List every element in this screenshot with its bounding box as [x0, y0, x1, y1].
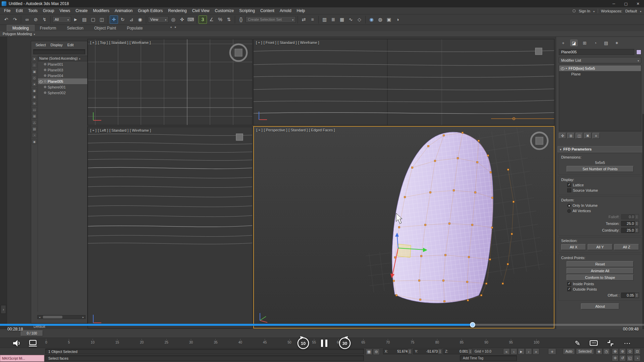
modifier-list-dropdown[interactable]: Modifier List [559, 57, 641, 63]
menu-scripting[interactable]: Scripting [236, 7, 258, 14]
make-unique-icon[interactable]: ◫ [576, 133, 583, 139]
scene-item-plane004[interactable]: Plane004 [38, 73, 87, 78]
viewport-label-token[interactable]: [ Wireframe ] [130, 128, 151, 132]
next-frame-icon[interactable]: › [525, 348, 532, 355]
scene-item-plane005[interactable]: Plane005 [38, 78, 87, 84]
maximize-button[interactable]: ▢ [620, 0, 632, 7]
maximize-viewport-icon[interactable]: ◱ [627, 355, 633, 361]
se-filter-bones-icon[interactable]: △ [32, 120, 37, 125]
viewport-label-token[interactable]: [ + ] [256, 128, 263, 132]
keyboard-override-icon[interactable]: ⌨ [186, 15, 195, 24]
about-button[interactable]: About [581, 303, 619, 309]
all-vertices-radio[interactable] [567, 209, 571, 213]
collapse-icon[interactable] [606, 339, 615, 348]
se-filter-helpers-icon[interactable]: ✚ [32, 95, 37, 100]
expand-arrow-icon[interactable]: ▸ [566, 67, 567, 70]
scene-explorer-toggle-icon[interactable]: ▥ [320, 15, 329, 24]
modify-tab-icon[interactable]: ◪ [570, 40, 578, 46]
key-mode-toggle-icon[interactable]: ◈ [596, 348, 602, 355]
inside-points-checkbox[interactable] [567, 282, 571, 286]
pan-icon[interactable]: ✛ [612, 355, 619, 361]
play-animation-icon[interactable]: ► [518, 348, 525, 355]
window-crossing-icon[interactable]: ◫ [98, 15, 106, 24]
menu-file[interactable]: File [1, 7, 13, 14]
viewport-label-token[interactable]: [ Standard ] [109, 41, 128, 45]
annotate-pencil-icon[interactable]: ✎ [573, 339, 582, 348]
go-to-end-icon[interactable]: » [533, 348, 539, 355]
ribbon-tab-modeling[interactable]: Modeling [7, 25, 35, 31]
select-and-rotate-icon[interactable]: ↻ [118, 15, 127, 24]
se-filter-materials-icon[interactable]: ◔ [32, 133, 37, 138]
se-filter-containers-icon[interactable]: ▤ [32, 126, 37, 131]
only-in-volume-radio[interactable] [567, 204, 571, 207]
viewport-label-token[interactable]: [ Wireframe ] [298, 41, 319, 45]
object-color-swatch[interactable] [636, 50, 641, 55]
reference-coordinate-dropdown[interactable]: View [148, 16, 169, 23]
undo-icon[interactable]: ↶ [2, 15, 10, 24]
viewport-label-token[interactable]: [ Standard ] [278, 41, 297, 45]
add-time-tag-field[interactable]: Add Time Tag [460, 355, 517, 361]
utilities-tab-icon[interactable]: ✶ [613, 40, 621, 46]
bind-to-space-warp-icon[interactable]: ↯ [40, 15, 49, 24]
pin-stack-icon[interactable]: ✜ [559, 133, 566, 139]
menu-civil-view[interactable]: Civil View [190, 7, 212, 14]
outside-points-checkbox[interactable] [567, 287, 571, 291]
fov-icon[interactable]: ◔ [634, 355, 641, 361]
motion-tab-icon[interactable]: ◔ [592, 40, 599, 46]
time-slider-handle[interactable]: 0 / 100 [21, 330, 43, 336]
viewport-label-token[interactable]: [ Perspective ] [264, 128, 287, 132]
pause-button[interactable] [319, 336, 329, 351]
select-and-move-icon[interactable]: ✛ [110, 15, 118, 24]
scroll-left-icon[interactable]: ◂ [38, 315, 42, 319]
se-filter-cameras-icon[interactable]: ◉ [32, 88, 37, 93]
viewport-label-token[interactable]: [ Front ] [264, 41, 276, 45]
viewport-perspective-canvas[interactable] [254, 127, 554, 328]
previous-frame-icon[interactable]: ‹ [511, 348, 517, 355]
animate-all-button[interactable]: Animate All [567, 268, 634, 274]
orbit-icon[interactable]: ↺ [619, 355, 626, 361]
create-tab-icon[interactable]: + [559, 40, 567, 46]
viewport-label-token[interactable]: [ Standard ] [288, 128, 308, 132]
render-production-icon[interactable]: ◑ [393, 15, 402, 24]
ribbon-toggle-icon[interactable]: ▦ [338, 15, 346, 24]
menu-group[interactable]: Group [40, 7, 57, 14]
edit-named-selection-sets-icon[interactable]: {} [237, 15, 245, 24]
ribbon-tab-freeform[interactable]: Freeform [35, 25, 62, 31]
set-number-of-points-button[interactable]: Set Number of Points [567, 166, 634, 172]
workspace-value[interactable]: Default [625, 9, 637, 13]
se-filter-lights-icon[interactable]: ✦ [32, 82, 37, 87]
show-end-result-icon[interactable]: ≣ [567, 133, 575, 139]
menu-arnold[interactable]: Arnold [277, 7, 294, 14]
skip-back-button[interactable]: 10 [296, 336, 311, 351]
viewport-label-token[interactable]: [ Edged Faces ] [309, 128, 335, 132]
material-editor-icon[interactable]: ◉ [367, 15, 376, 24]
lattice-checkbox[interactable] [567, 183, 571, 187]
falloff-spinner[interactable]: 0.0▲▼ [621, 214, 639, 220]
selection-filter-dropdown[interactable]: All [52, 16, 71, 23]
x-coordinate-field[interactable]: X:51.674▲▼ [383, 349, 412, 354]
select-object-icon[interactable]: ► [71, 15, 80, 24]
volume-icon[interactable] [12, 339, 21, 348]
transform-type-in-icon[interactable]: ▦ [366, 349, 372, 355]
close-button[interactable]: ✕ [632, 0, 644, 7]
ribbon-dropdown-icon[interactable] [170, 25, 172, 29]
ribbon-tab-populate[interactable]: Populate [121, 25, 148, 31]
sign-in-caret-icon[interactable] [593, 9, 595, 13]
scroll-right-icon[interactable]: ▸ [81, 315, 85, 319]
selection-lock-icon[interactable]: ⊝ [373, 349, 380, 355]
menu-modifiers[interactable]: Modifiers [90, 7, 112, 14]
expand-panel-button[interactable] [1, 305, 6, 314]
se-menu-display[interactable]: Display [48, 43, 65, 47]
maxscript-mini-listener[interactable]: MAXScript Mi... [0, 355, 44, 362]
polygon-modeling-panel[interactable]: Polygon Modeling [3, 32, 32, 36]
menu-edit[interactable]: Edit [13, 7, 25, 14]
z-coordinate-field[interactable]: Z:0.001▲▼ [443, 349, 472, 354]
offset-spinner[interactable]: 0.05▲▼ [621, 293, 639, 298]
configure-modifier-sets-icon[interactable]: ≡ [592, 133, 600, 139]
screen-share-icon[interactable] [28, 339, 38, 348]
select-and-scale-icon[interactable]: ⊿ [127, 15, 136, 24]
scene-explorer-hscrollbar[interactable]: ◂ ▸ [37, 315, 86, 319]
menu-tools[interactable]: Tools [25, 7, 40, 14]
source-volume-checkbox[interactable] [567, 188, 571, 192]
modifier-ffd-box-5x5x5[interactable]: ▸FFD(box) 5x5x5 [559, 65, 641, 71]
